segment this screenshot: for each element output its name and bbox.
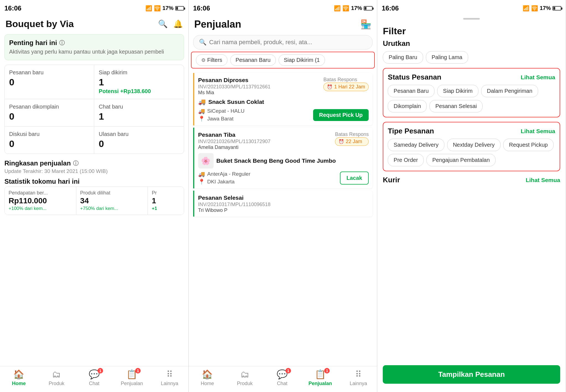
urutkan-paling-lama[interactable]: Paling Lama xyxy=(426,51,468,64)
chip-pesanan-selesai[interactable]: Pesanan Selesai xyxy=(429,100,483,112)
status-bar-penjualan: 16:06 📶 🛜 17% xyxy=(189,0,377,15)
nav2-penjualan[interactable]: 1 📋 Penjualan xyxy=(308,369,332,386)
stat-value-5: 0 xyxy=(99,138,179,149)
chip-request-pickup[interactable]: Request Pickup xyxy=(503,139,554,151)
nav-penjualan[interactable]: 1 📋 Penjualan xyxy=(121,369,143,386)
revenue-sub: +100% dari kem... xyxy=(9,206,72,211)
location-2: 📍 DKI Jakarta xyxy=(198,178,250,185)
kurir-see-all[interactable]: Lihat Semua xyxy=(526,177,560,183)
tampilkan-pesanan-btn[interactable]: Tampilkan Pesanan xyxy=(383,365,560,384)
views-box[interactable]: Produk dilihat 34 +750% dari kem... xyxy=(76,187,148,215)
stat-value-1: 1 xyxy=(99,77,179,88)
tipe-pesanan-see-all[interactable]: Lihat Semua xyxy=(521,128,555,135)
info-icon-2[interactable]: ⓘ xyxy=(73,160,78,167)
courier-name-2: 🚚 AnterAja - Reguler xyxy=(198,171,250,177)
revenue-label: Pendapatan ber... xyxy=(9,190,72,196)
filter-title: Filter xyxy=(377,21,566,39)
courier-row-1: 🚚 SiCepat - HALU 📍 Jawa Barat Request Pi… xyxy=(198,108,369,122)
time-badge-label-1: 1 Hari 22 Jam xyxy=(334,84,365,90)
status-pesanan-see-all[interactable]: Lihat Semua xyxy=(521,74,555,81)
truck-icon-2: 🚚 xyxy=(198,171,205,177)
nav2-produk[interactable]: 🗂 Produk xyxy=(234,369,256,386)
stat-chat-baru[interactable]: Chat baru 1 xyxy=(94,99,184,126)
nav2-chat-label: Chat xyxy=(277,381,287,386)
battery-pct-p: 17% xyxy=(351,5,362,11)
nav2-penjualan-label: Penjualan xyxy=(308,381,332,386)
clock-icon-2: ⏰ xyxy=(339,139,344,144)
nav-produk[interactable]: 🗂 Produk xyxy=(45,369,67,386)
order-buyer-2: Amelia Damayanti xyxy=(198,144,271,150)
stat-label-3: Chat baru xyxy=(99,104,179,110)
search-bar[interactable]: 🔍 xyxy=(193,35,373,49)
chat-badge-2: 1 xyxy=(285,368,291,373)
nav2-home[interactable]: 🏠 Home xyxy=(196,369,218,386)
request-pickup-btn[interactable]: Request Pick Up xyxy=(313,109,369,121)
order-header-1: Pesanan Diproses INV/20210330/MPL/113791… xyxy=(198,77,369,96)
phone-penjualan: 16:06 📶 🛜 17% Penjualan 🏪 🔍 ⚙ Filters xyxy=(189,0,378,392)
order-card-2[interactable]: Pesanan Tiba INV/20210326/MPL/1130172907… xyxy=(193,128,373,188)
nav-home-label: Home xyxy=(12,381,26,386)
search-icon[interactable]: 🔍 xyxy=(158,19,168,28)
tipe-pesanan-options: Sameday Delivery Nextday Delivery Reques… xyxy=(388,139,555,166)
stat-pesanan-baru[interactable]: Pesanan baru 0 xyxy=(5,65,94,99)
chip-pengajuan-pembatalan[interactable]: Pengajuan Pembatalan xyxy=(426,154,496,166)
stat-sub-1: Potensi +Rp138.600 xyxy=(99,88,179,94)
location-text-2: DKI Jakarta xyxy=(207,179,235,185)
clock-icon-1: ⏰ xyxy=(327,84,332,90)
chip-sameday[interactable]: Sameday Delivery xyxy=(388,139,444,151)
stat-ulasan-baru[interactable]: Ulasan baru 0 xyxy=(94,127,184,154)
filter-chip-siap-dikirim[interactable]: Siap Dikirim (1 xyxy=(279,54,325,66)
stat-diskusi-baru[interactable]: Diskusi baru 0 xyxy=(5,127,94,154)
urutkan-paling-baru[interactable]: Paling Baru xyxy=(383,51,423,64)
nav-home[interactable]: 🏠 Home xyxy=(8,369,30,386)
order-card-3[interactable]: Pesanan Selesai INV/20210317/MPL/1110096… xyxy=(193,191,373,217)
notification-icon[interactable]: 🔔 xyxy=(173,19,183,28)
filter-content: Urutkan Paling Baru Paling Lama Status P… xyxy=(377,39,566,392)
nav-chat[interactable]: 1 💬 Chat xyxy=(83,369,105,386)
order-left-1: Pesanan Diproses INV/20210330/MPL/113791… xyxy=(198,77,271,96)
filter-icon: ⚙ xyxy=(201,57,206,63)
order-card-1[interactable]: Pesanan Diproses INV/20210330/MPL/113791… xyxy=(193,73,373,125)
chip-pesanan-baru[interactable]: Pesanan Baru xyxy=(388,85,434,97)
location-text-1: Jawa Barat xyxy=(207,116,234,122)
stat-siap-dikirim[interactable]: Siap dikirim 1 Potensi +Rp138.600 xyxy=(94,65,184,99)
filter-chip-main[interactable]: ⚙ Filters xyxy=(196,54,227,66)
chip-dalam-pengiriman[interactable]: Dalam Pengiriman xyxy=(481,85,538,97)
penjualan-header: Penjualan 🏪 xyxy=(189,15,377,33)
revenue-box[interactable]: Pendapatan ber... Rp110.000 +100% dari k… xyxy=(5,187,76,215)
truck-icon-1: 🚚 xyxy=(198,108,205,114)
chip-siap-dikirim[interactable]: Siap Dikirim xyxy=(437,85,478,97)
stat-label-1: Siap dikirim xyxy=(99,69,179,76)
shop-icon[interactable]: 🏪 xyxy=(360,19,371,30)
nav-lainnya[interactable]: ⠿ Lainnya xyxy=(158,369,180,386)
order-right-1: Batas Respons ⏰ 1 Hari 22 Jam xyxy=(323,77,369,91)
chat-badge: 1 xyxy=(98,368,103,373)
nav2-lainnya[interactable]: ⠿ Lainnya xyxy=(347,369,370,386)
stat-dikomplain[interactable]: Pesanan dikomplain 0 xyxy=(5,99,94,126)
battery-icon-home xyxy=(175,6,184,10)
product-thumb-2: 🌸 xyxy=(198,153,214,169)
tipe-pesanan-header: Tipe Pesanan Lihat Semua xyxy=(388,127,555,135)
info-icon[interactable]: ⓘ xyxy=(59,39,65,47)
battery-percent-home: 17% xyxy=(163,5,174,11)
chip-nextday[interactable]: Nextday Delivery xyxy=(447,139,501,151)
kurir-header: Kurir Lihat Semua xyxy=(383,176,560,184)
product-name-1: Snack Susun Coklat xyxy=(208,99,369,105)
search-input[interactable] xyxy=(209,39,367,46)
stat-value-4: 0 xyxy=(9,138,90,149)
urutkan-options: Paling Baru Paling Lama xyxy=(383,51,560,64)
tipe-pesanan-section: Tipe Pesanan Lihat Semua Sameday Deliver… xyxy=(383,122,560,171)
pr-box[interactable]: Pr 1 +1 xyxy=(148,187,184,215)
nav2-chat[interactable]: 1 💬 Chat xyxy=(271,369,293,386)
lacak-btn[interactable]: Lacak xyxy=(340,172,369,185)
nav-lainnya-label: Lainnya xyxy=(161,381,178,386)
stat-label-4: Diskusi baru xyxy=(9,131,90,137)
filter-chip-pesanan-baru[interactable]: Pesanan Baru xyxy=(230,54,276,66)
chip-pre-order[interactable]: Pre Order xyxy=(388,154,424,166)
home-icon: 🏠 xyxy=(13,369,24,380)
views-value: 34 xyxy=(80,196,144,205)
nav-produk-label: Produk xyxy=(49,381,64,386)
status-icons-home: 📶 🛜 17% xyxy=(145,5,184,12)
status-pesanan-section: Status Pesanan Lihat Semua Pesanan Baru … xyxy=(383,68,560,117)
chip-dikomplain[interactable]: Dikomplain xyxy=(388,100,427,112)
